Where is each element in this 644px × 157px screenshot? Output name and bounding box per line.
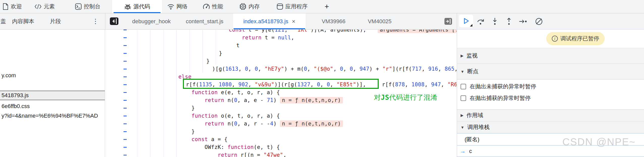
section-call-stack[interactable]: ▼ 调用堆栈 <box>457 121 644 134</box>
file-tab-index-active[interactable]: index.a5418793.js × <box>233 13 306 29</box>
code-line[interactable]: const a = { <box>191 136 228 143</box>
elements-icon <box>35 4 42 9</box>
step-out-button[interactable] <box>505 17 513 26</box>
code-line[interactable]: function e(e, t, o, r, a) { <box>191 89 280 96</box>
step-over-button[interactable] <box>476 17 485 26</box>
deactivate-breakpoints-icon <box>535 17 543 26</box>
highlight-box-annotation <box>183 79 379 89</box>
code-line[interactable]: const t = y[e(121, "iKt")](A, arguments)… <box>229 30 366 34</box>
navigator-tab-snippets[interactable]: 片段 <box>50 13 61 29</box>
tab-performance[interactable]: 性能 <box>198 0 228 13</box>
tab-sources[interactable]: 源代码 <box>112 0 162 13</box>
pause-uncaught-exceptions-row[interactable]: 在抛出未捕获的异常时暂停 <box>461 82 536 91</box>
code-editor[interactable]: const t = y[e(121, "iKt")](A, arguments)… <box>105 30 457 157</box>
navigator-more-menu[interactable]: ⋮ <box>92 17 99 25</box>
pretty-print-line-marker[interactable] <box>123 116 127 116</box>
pretty-print-line-marker[interactable] <box>123 100 127 101</box>
tab-welcome[interactable]: 欢迎 <box>0 0 24 13</box>
chevron-collapsed-icon: ▶ <box>461 54 464 58</box>
hide-navigator-button[interactable] <box>110 17 118 25</box>
csdn-watermark: CSDN @NPE~ <box>562 136 636 148</box>
pretty-print-line-marker[interactable] <box>123 155 127 155</box>
file-tree-item-query-url[interactable]: y?id=4&name=%E6%94%BF%E7%AD <box>0 112 105 120</box>
pretty-print-line-marker[interactable] <box>123 108 127 109</box>
file-tab-debugger-hook[interactable]: debugger_hook <box>125 13 178 29</box>
code-line[interactable]: return t = null, <box>242 34 294 42</box>
pretty-print-line-marker[interactable] <box>123 69 127 69</box>
application-icon <box>277 3 283 10</box>
console-icon <box>75 3 82 10</box>
code-line[interactable]: } <box>219 49 222 57</box>
pretty-print-line-marker[interactable] <box>123 131 127 132</box>
navigator-tab-overrides[interactable]: 盖 <box>1 13 6 29</box>
devtools-top-bar: 欢迎 元素 控制台 源代码 网络 性能 内存 应用程序 + <box>0 0 644 13</box>
step-button[interactable] <box>519 17 527 26</box>
resume-menu-corner <box>470 24 472 27</box>
resume-play-icon <box>463 17 470 24</box>
pretty-print-line-marker[interactable] <box>123 61 127 62</box>
code-line[interactable]: return n(0, a, r - -4) <box>205 120 277 128</box>
pause-caught-exceptions-row[interactable]: 在抛出捕获的异常时暂停 <box>461 93 531 103</box>
indent-guide <box>189 30 190 72</box>
pretty-print-line-marker[interactable] <box>123 30 127 30</box>
close-tab-icon[interactable]: × <box>292 18 295 25</box>
code-line[interactable]: } <box>191 104 195 112</box>
divider <box>105 13 105 30</box>
memory-icon <box>239 3 246 10</box>
code-line[interactable]: function o(e, t, o, r, a) { <box>191 112 280 120</box>
tab-console[interactable]: 控制台 <box>70 0 105 13</box>
tab-memory[interactable]: 内存 <box>234 0 265 13</box>
pretty-print-line-marker[interactable] <box>123 139 127 140</box>
checkbox-unchecked[interactable] <box>461 95 466 101</box>
pretty-print-line-marker[interactable] <box>123 147 127 148</box>
tab-network[interactable]: 网络 <box>163 0 192 13</box>
file-tree-item-domain[interactable]: y.com <box>0 71 105 80</box>
file-tree-item-selected[interactable]: 5418793.js <box>0 91 105 100</box>
code-line[interactable]: t <box>236 42 240 49</box>
performance-icon <box>203 3 210 10</box>
code-line[interactable]: return n(0, a, e - 71) <box>205 96 277 104</box>
tab-elements[interactable]: 元素 <box>30 0 59 13</box>
section-breakpoints[interactable]: ▼ 断点 <box>457 64 644 80</box>
section-watch[interactable]: ▶ 监视 <box>457 48 644 64</box>
call-stack-frame-current[interactable]: → c index <box>457 146 644 157</box>
step-over-icon <box>477 17 485 25</box>
indent-guide <box>216 30 216 65</box>
resume-button[interactable] <box>459 15 473 27</box>
code-line[interactable]: )[g(1613, 0, 0, "hE7y") + m(0, "($@o", 0… <box>212 65 457 73</box>
code-line[interactable]: OWfzK: function(e, t) { <box>205 143 280 151</box>
file-tab-content-start[interactable]: content_start.js <box>180 13 229 29</box>
welcome-doc-icon <box>3 3 9 10</box>
navigator-tab-content-scripts[interactable]: 内容脚本 <box>12 13 34 29</box>
pretty-print-line-marker[interactable] <box>123 84 127 85</box>
inline-eval-preview: n = ƒ n(e,t,n,o,r) <box>280 97 343 103</box>
pretty-print-line-marker[interactable] <box>123 45 127 46</box>
step-into-button[interactable] <box>491 17 499 26</box>
pretty-print-line-marker[interactable] <box>123 53 127 54</box>
more-tools-button[interactable]: + <box>320 0 333 13</box>
network-icon <box>167 4 174 10</box>
tab-application[interactable]: 应用程序 <box>271 0 313 13</box>
info-icon: i <box>552 36 558 42</box>
section-scope[interactable]: ▶ 作用域 <box>457 109 644 121</box>
navigator-file-list: y.com 5418793.js 6e6ffb0.css y?id=4&name… <box>0 30 105 157</box>
code-line[interactable]: } <box>206 57 210 65</box>
file-tree-item-css[interactable]: 6e6ffb0.css <box>0 102 105 110</box>
indent-guide <box>163 30 164 157</box>
indent-guide <box>150 30 150 157</box>
pretty-print-line-marker[interactable] <box>123 123 127 124</box>
code-line[interactable]: return r[(n = "47we", <box>218 151 286 157</box>
deactivate-breakpoints-button[interactable] <box>535 17 543 26</box>
kebab-icon: ⋮ <box>92 17 99 25</box>
pretty-print-line-marker[interactable] <box>123 76 127 77</box>
checkbox-unchecked[interactable] <box>461 84 466 89</box>
pretty-print-line-marker[interactable] <box>123 37 127 38</box>
open-sidebar-button[interactable] <box>444 18 452 25</box>
plus-icon: + <box>325 2 329 11</box>
file-tab-vm40025[interactable]: VM40025 <box>359 13 401 29</box>
code-line[interactable]: r[f(878, 1008, 947, "R6K <box>382 81 457 89</box>
pretty-print-line-marker[interactable] <box>123 92 127 93</box>
code-line[interactable]: } <box>191 128 195 136</box>
obfuscation-annotation: 对JS代码进行了混淆 <box>374 93 437 102</box>
file-tab-vm39966[interactable]: VM39966 <box>312 13 355 29</box>
